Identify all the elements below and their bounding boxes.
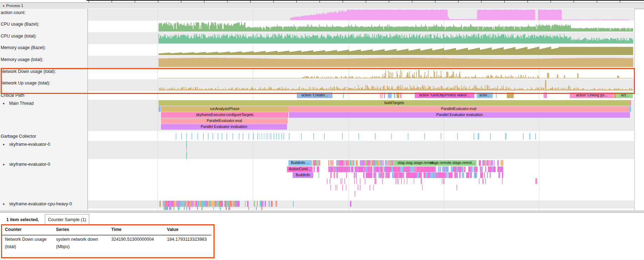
evaluator-stripe[interactable]: [463, 166, 463, 172]
evaluator-stripe[interactable]: [353, 160, 355, 166]
deep-call-line[interactable]: [479, 178, 479, 184]
gc-tick[interactable]: [324, 133, 325, 139]
gc-tick[interactable]: [505, 133, 506, 139]
cpu-heavy-substripe[interactable]: [256, 207, 257, 210]
cpu-heavy-stripe[interactable]: [351, 201, 351, 207]
gc-tick[interactable]: [478, 133, 479, 139]
gc-tick[interactable]: [408, 133, 408, 139]
evaluator-stripe[interactable]: [336, 172, 338, 178]
gc-tick[interactable]: [274, 133, 274, 139]
cpu-heavy-stripe[interactable]: [245, 201, 246, 207]
evaluator-stripe[interactable]: [471, 166, 473, 172]
sidebar-thread-label-2[interactable]: Garbage Collector: [1, 134, 36, 139]
cpu-heavy-substripe[interactable]: [197, 207, 198, 210]
deep-call-line[interactable]: [337, 185, 337, 190]
evaluator-stripe[interactable]: [487, 172, 488, 178]
main-thread-slice[interactable]: skyframeExecutor.configureTargets: [161, 112, 288, 118]
cpu-heavy-substripe[interactable]: [167, 207, 168, 210]
deep-call-line[interactable]: [342, 185, 343, 190]
sidebar-thread-label-3[interactable]: ▾skyframe-evaluator-0: [0, 142, 50, 147]
evaluator-stripe[interactable]: [421, 172, 422, 178]
deep-call-line[interactable]: [404, 178, 405, 184]
evaluator-stripe[interactable]: [389, 172, 390, 178]
gc-tick[interactable]: [276, 133, 277, 139]
gc-tick[interactable]: [267, 133, 267, 139]
gc-tick[interactable]: [226, 133, 227, 139]
evaluator-stripe[interactable]: [384, 172, 384, 178]
gc-tick[interactable]: [523, 133, 524, 139]
collapse-arrow-icon[interactable]: ▾: [3, 3, 5, 9]
evaluator-stripe[interactable]: [318, 172, 319, 178]
sidebar-thread-label-4[interactable]: ▾skyframe-evaluator-0: [0, 162, 50, 167]
gc-tick[interactable]: [191, 133, 192, 139]
cpu-heavy-stripe[interactable]: [261, 201, 263, 207]
critical-path-slice[interactable]: [388, 93, 392, 98]
gc-tick[interactable]: [181, 133, 182, 139]
evaluator-stripe[interactable]: [382, 166, 383, 172]
evaluator-stripe[interactable]: [330, 172, 331, 178]
gc-tick[interactable]: [358, 133, 359, 139]
deep-call-line[interactable]: [327, 178, 328, 184]
sidebar-counter-label-0[interactable]: action count:: [1, 10, 26, 15]
evaluator-stripe[interactable]: [319, 160, 320, 166]
evaluator-stripe[interactable]: [468, 172, 469, 178]
critical-path-slice[interactable]: [343, 93, 344, 98]
cpu-heavy-stripe[interactable]: [160, 201, 161, 207]
counter-track-cpu_bazel[interactable]: [88, 21, 635, 32]
sidebar-counter-label-1[interactable]: CPU usage (Bazel):: [1, 22, 39, 27]
deep-call-line[interactable]: [396, 178, 396, 184]
gc-tick[interactable]: [232, 133, 233, 139]
sidebar-counter-label-2[interactable]: CPU usage (total):: [1, 34, 37, 39]
counter-track-net_up[interactable]: [88, 80, 635, 90]
gc-tick[interactable]: [490, 133, 491, 139]
evaluator-stripe[interactable]: [314, 166, 315, 172]
gc-tick[interactable]: [261, 133, 261, 139]
gc-tick[interactable]: [342, 133, 343, 139]
gc-tick[interactable]: [203, 133, 204, 139]
evaluator-stripe[interactable]: [498, 160, 499, 166]
gc-tick[interactable]: [281, 133, 282, 139]
evaluator-stripe[interactable]: [460, 172, 461, 178]
cpu-heavy-substripe[interactable]: [220, 207, 221, 210]
collapse-arrow-icon[interactable]: ▾: [3, 102, 9, 105]
evaluator-stripe[interactable]: [328, 160, 329, 166]
cpu-heavy-substripe[interactable]: [173, 207, 174, 210]
deep-call-line[interactable]: [442, 178, 442, 184]
gc-tick[interactable]: [263, 133, 263, 139]
evaluator-slice[interactable]: BuildInfo ...: [288, 160, 312, 166]
gc-tick[interactable]: [253, 133, 254, 139]
deep-call-line[interactable]: [335, 185, 336, 190]
deep-call-line[interactable]: [330, 185, 331, 190]
evaluator-stripe[interactable]: [481, 172, 483, 178]
critical-path-slice[interactable]: action 'GenObjcProtos video/...: [415, 93, 474, 98]
sidebar-thread-label-5[interactable]: ▾skyframe-evaluator-cpu-heavy-0: [0, 201, 72, 206]
deep-call-line[interactable]: [330, 178, 330, 184]
evaluator-slice[interactable]: stag.stag...stage.remot...stage.remote.s…: [395, 160, 476, 166]
deep-call-line[interactable]: [485, 178, 486, 184]
deep-call-line[interactable]: [421, 178, 422, 184]
sidebar-counter-label-4[interactable]: Memory usage (total):: [1, 57, 43, 62]
deep-call-line[interactable]: [401, 178, 402, 184]
evaluator-slice[interactable]: ActionConti...: [287, 166, 313, 172]
deep-call-line[interactable]: [354, 178, 355, 184]
evaluator-stripe[interactable]: [477, 166, 478, 172]
gc-tick[interactable]: [271, 133, 271, 139]
evaluator-stripe[interactable]: [451, 172, 453, 178]
deep-call-line[interactable]: [397, 178, 398, 184]
gc-tick[interactable]: [284, 133, 284, 139]
gc-tick[interactable]: [289, 133, 289, 139]
collapse-arrow-icon[interactable]: ▾: [3, 202, 9, 206]
deep-call-line[interactable]: [373, 185, 374, 190]
evaluator-stripe[interactable]: [404, 172, 404, 178]
gc-tick[interactable]: [243, 133, 243, 139]
sidebar-thread-label-0[interactable]: Critical Path: [1, 93, 24, 98]
gc-tick[interactable]: [269, 133, 269, 139]
evaluator-stripe[interactable]: [494, 166, 496, 172]
evaluator-stripe[interactable]: [482, 166, 483, 172]
evaluator-stripe[interactable]: [498, 172, 500, 178]
counter-track-mem_total[interactable]: [88, 56, 635, 67]
gc-tick[interactable]: [375, 133, 376, 139]
cpu-heavy-stripe[interactable]: [223, 201, 223, 207]
evaluator-stripe[interactable]: [371, 172, 372, 178]
cpu-heavy-stripe[interactable]: [275, 201, 277, 207]
